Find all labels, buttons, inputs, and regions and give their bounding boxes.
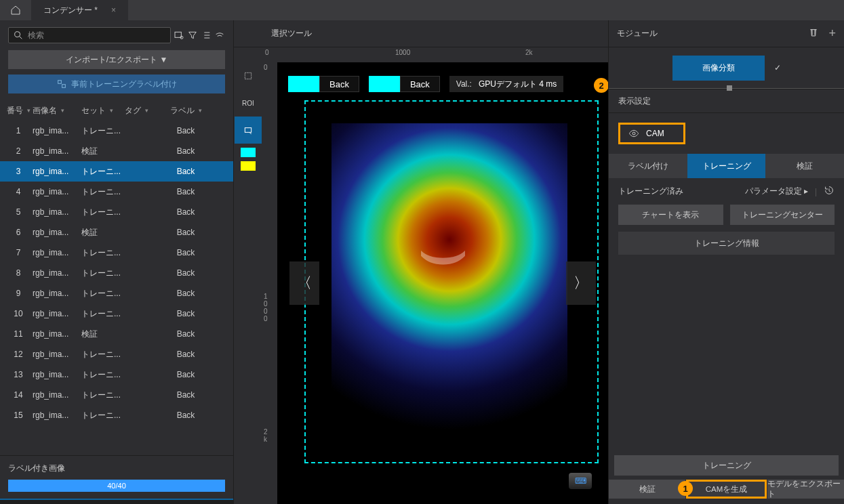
import-export-button[interactable]: インポート/エクスポート ▼ xyxy=(8,50,225,69)
trained-status: トレーニング済み xyxy=(618,186,683,197)
labeled-images-label: ラベル付き画像 xyxy=(8,463,225,474)
table-row[interactable]: 1rgb_ima...トレーニ...Back xyxy=(0,121,233,141)
viewport[interactable]: Back Back Val.:GPUデフォルト 4 ms ⌣ 2 〈 〉 ⌨ xyxy=(277,62,608,504)
table-row[interactable]: 5rgb_ima...トレーニ...Back xyxy=(0,202,233,222)
col-image-name[interactable]: 画像名 xyxy=(33,105,81,117)
plus-icon[interactable]: + xyxy=(828,26,836,41)
keyboard-icon[interactable]: ⌨ xyxy=(569,473,592,489)
canvas-panel: 選択ツール 0 1000 2k ROI 0 1 0 0 0 2 k Back xyxy=(234,20,608,504)
pretrain-icon xyxy=(56,79,67,89)
image-search-icon[interactable] xyxy=(174,30,184,41)
export-model-button[interactable]: モデルをエクスポート xyxy=(767,480,844,499)
home-icon xyxy=(10,5,21,16)
train-button[interactable]: トレーニング xyxy=(614,455,839,476)
history-icon[interactable] xyxy=(824,185,835,198)
training-center-button[interactable]: トレーニングセンター xyxy=(730,205,835,225)
right-panel: モジュール + 画像分類 ✓ 表示設定 CAM ラベル付け トレーニング 検証 … xyxy=(608,20,844,504)
title-bar: コンデンサー * × xyxy=(0,0,844,20)
table-row[interactable]: 11rgb_ima...検証Back xyxy=(0,324,233,344)
filter-icon[interactable] xyxy=(187,30,198,41)
table-row[interactable]: 6rgb_ima...検証Back xyxy=(0,222,233,243)
search-input[interactable]: 検索 xyxy=(8,27,171,43)
next-image-button[interactable]: 〉 xyxy=(566,261,596,305)
table-row[interactable]: 8rgb_ima...トレーニ...Back xyxy=(0,263,233,283)
table-row[interactable]: 4rgb_ima...トレーニ...Back xyxy=(0,182,233,202)
col-label[interactable]: ラベル xyxy=(162,105,209,117)
col-tag[interactable]: タグ xyxy=(125,105,162,117)
pretrain-label-button[interactable]: 事前トレーニングラベル付け xyxy=(8,75,225,93)
param-settings-link[interactable]: パラメータ設定 ▸ xyxy=(745,186,808,197)
roi-rect[interactable] xyxy=(304,100,599,463)
tab-verify[interactable]: 検証 xyxy=(765,154,844,178)
training-info-header: トレーニング情報 xyxy=(618,232,835,255)
col-set[interactable]: セット xyxy=(81,105,125,117)
tab-labeling[interactable]: ラベル付け xyxy=(609,154,687,178)
swatch-cyan[interactable] xyxy=(241,148,256,157)
col-number[interactable]: 番号 xyxy=(4,105,33,117)
cam-toggle-button[interactable]: CAM xyxy=(618,123,685,144)
svg-rect-6 xyxy=(245,128,251,133)
home-button[interactable] xyxy=(0,0,31,20)
callout-badge-1: 1 xyxy=(678,481,693,496)
project-tab[interactable]: コンデンサー * × xyxy=(31,0,128,20)
prev-image-button[interactable]: 〈 xyxy=(289,261,319,305)
image-table-body: 1rgb_ima...トレーニ...Back2rgb_ima...検証Back3… xyxy=(0,121,233,455)
show-chart-button[interactable]: チャートを表示 xyxy=(618,205,723,225)
table-row[interactable]: 14rgb_ima...トレーニ...Back xyxy=(0,385,233,405)
table-row[interactable]: 13rgb_ima...トレーニ...Back xyxy=(0,364,233,385)
progress-fill: 40/40 xyxy=(8,480,225,492)
table-row[interactable]: 9rgb_ima...トレーニ...Back xyxy=(0,283,233,303)
tab-training[interactable]: トレーニング xyxy=(687,154,766,178)
table-row[interactable]: 10rgb_ima...トレーニ...Back xyxy=(0,303,233,324)
swatch-yellow[interactable] xyxy=(241,161,256,171)
svg-rect-3 xyxy=(58,81,62,84)
right-tabs: ラベル付け トレーニング 検証 xyxy=(609,154,844,178)
search-icon xyxy=(13,30,24,41)
generate-cam-button[interactable]: CAMを生成 xyxy=(686,480,767,499)
trash-icon[interactable] xyxy=(808,26,819,41)
wifi-icon[interactable] xyxy=(214,30,225,41)
project-tab-title: コンデンサー * xyxy=(43,5,98,16)
select-tool[interactable] xyxy=(235,62,262,89)
table-row[interactable]: 12rgb_ima...トレーニ...Back xyxy=(0,344,233,364)
svg-rect-5 xyxy=(245,72,251,79)
center-title: 選択ツール xyxy=(234,20,608,47)
ruler-horizontal: 0 1000 2k xyxy=(262,47,608,62)
val-info: Val.:GPUデフォルト 4 ms xyxy=(449,76,563,92)
table-header: 番号 画像名 セット タグ ラベル xyxy=(0,100,233,121)
list-icon[interactable] xyxy=(201,30,212,41)
display-settings-title: 表示設定 xyxy=(609,89,844,113)
roi-tool[interactable]: ROI xyxy=(235,89,262,117)
check-icon[interactable]: ✓ xyxy=(774,63,781,72)
table-row[interactable]: 7rgb_ima...トレーニ...Back xyxy=(0,243,233,263)
rect-tool[interactable] xyxy=(235,117,262,144)
callout-badge-2: 2 xyxy=(594,78,608,93)
module-title: モジュール xyxy=(617,28,658,39)
progress-bar: 40/40 xyxy=(8,480,225,492)
toolstrip: ROI xyxy=(234,62,262,504)
svg-point-7 xyxy=(632,132,635,135)
svg-point-0 xyxy=(15,32,20,37)
verify-button[interactable]: 検証 1 xyxy=(609,480,685,499)
module-button[interactable]: 画像分類 xyxy=(672,56,765,81)
table-row[interactable]: 15rgb_ima...トレーニ...Back xyxy=(0,405,233,425)
left-panel: 検索 インポート/エクスポート ▼ 事前トレーニングラベル付け 番号 画像名 セ… xyxy=(0,20,234,504)
table-row[interactable]: 3rgb_ima...トレーニ...Back xyxy=(0,161,233,182)
class-badge-1: Back xyxy=(288,76,359,92)
close-icon[interactable]: × xyxy=(111,5,116,15)
table-row[interactable]: 2rgb_ima...検証Back xyxy=(0,141,233,161)
class-badge-2: Back xyxy=(369,76,440,92)
ruler-vertical: 0 1 0 0 0 2 k xyxy=(262,62,277,504)
svg-rect-4 xyxy=(62,85,66,88)
eye-icon xyxy=(628,128,639,139)
